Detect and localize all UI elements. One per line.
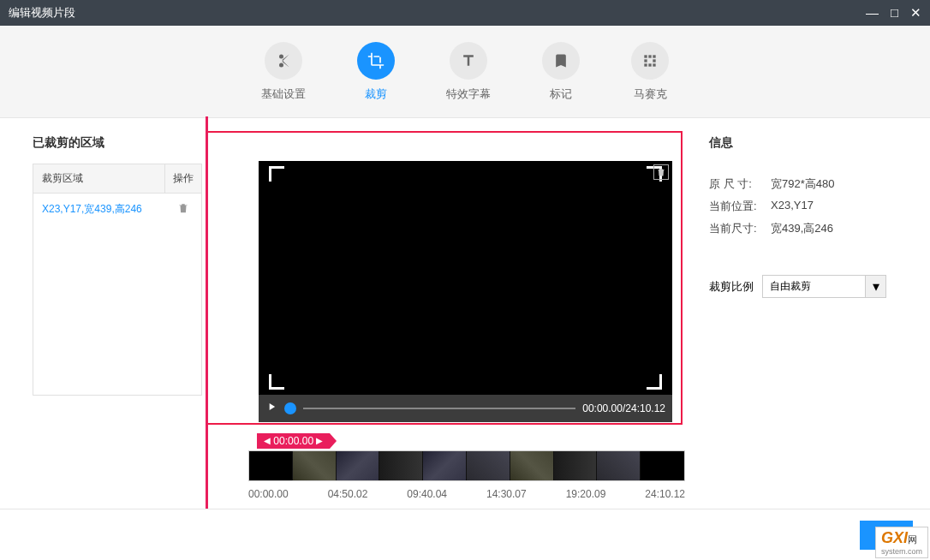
tool-crop[interactable]: 裁剪 — [357, 42, 395, 102]
cropped-regions-title: 已裁剪的区域 — [33, 135, 206, 151]
maximize-button[interactable]: □ — [891, 5, 898, 21]
tool-basic-settings[interactable]: 基础设置 — [261, 42, 306, 102]
delete-icon[interactable] — [177, 202, 189, 214]
chevron-down-icon: ▾ — [865, 276, 885, 297]
header-region: 裁剪区域 — [33, 164, 165, 193]
thumbnail — [510, 451, 554, 480]
tool-mark-label: 标记 — [550, 86, 572, 102]
timeline-marker[interactable] — [206, 116, 208, 509]
minimize-button[interactable]: — — [866, 5, 879, 21]
video-preview[interactable] — [259, 161, 672, 395]
tool-mosaic[interactable]: 马赛克 — [631, 42, 669, 102]
time-label: 09:40.04 — [407, 488, 447, 500]
mosaic-icon — [631, 42, 669, 80]
thumbnail — [467, 451, 510, 480]
crop-handle-bl[interactable] — [269, 374, 284, 390]
time-label: 04:50.02 — [328, 488, 368, 500]
crop-table: 裁剪区域 操作 X23,Y17,宽439,高246 — [33, 164, 202, 396]
player-controls: 00:00.00/24:10.12 — [259, 395, 672, 422]
time-label: 00:00.00 — [248, 488, 289, 500]
info-current-position: 当前位置: X23,Y17 — [709, 199, 913, 214]
time-display: 00:00.00/24:10.12 — [582, 402, 665, 414]
left-panel: 已裁剪的区域 裁剪区域 操作 X23,Y17,宽439,高246 — [0, 118, 206, 508]
timeline-flag[interactable]: ◀ 00:00.00 ▶ — [257, 433, 330, 449]
info-original-size: 原 尺 寸: 宽792*高480 — [709, 176, 913, 192]
crop-ratio-select[interactable]: 自由裁剪 ▾ — [762, 275, 886, 298]
header-action: 操作 — [165, 164, 201, 193]
thumbnail — [337, 451, 380, 480]
video-preview-frame: 00:00.00/24:10.12 — [206, 131, 683, 425]
svg-rect-3 — [644, 59, 647, 62]
titlebar: 编辑视频片段 — □ ✕ — [0, 0, 930, 26]
info-title: 信息 — [709, 135, 913, 151]
thumbnail — [423, 451, 467, 480]
center-panel: 00:00.00/24:10.12 ◀ 00:00.00 ▶ — [206, 118, 694, 508]
playhead[interactable] — [284, 402, 296, 414]
close-button[interactable]: ✕ — [910, 5, 921, 21]
svg-rect-6 — [648, 63, 651, 66]
window-controls: — □ ✕ — [866, 5, 921, 21]
info-panel: 信息 原 尺 寸: 宽792*高480 当前位置: X23,Y17 当前尺寸: … — [694, 118, 930, 508]
time-labels: 00:00.00 04:50.02 09:40.04 14:30.07 19:2… — [248, 488, 685, 500]
info-current-size: 当前尺寸: 宽439,高246 — [709, 221, 913, 236]
play-button[interactable] — [265, 401, 277, 416]
bookmark-icon — [542, 42, 580, 80]
time-label: 14:30.07 — [486, 488, 527, 500]
tool-basic-label: 基础设置 — [261, 86, 306, 102]
crop-delete-button[interactable] — [653, 164, 669, 180]
time-label: 24:10.12 — [645, 488, 685, 500]
crop-handle-br[interactable] — [647, 374, 662, 390]
svg-rect-1 — [648, 55, 651, 57]
timeline: ◀ 00:00.00 ▶ 00:00.00 04:50.02 — [248, 432, 685, 500]
svg-rect-2 — [653, 55, 655, 57]
crop-table-header: 裁剪区域 操作 — [33, 164, 201, 194]
thumbnail — [641, 451, 684, 480]
thumbnail-strip[interactable] — [248, 450, 685, 481]
tool-subtitle[interactable]: 特效字幕 — [446, 42, 491, 102]
thumbnail — [249, 451, 293, 480]
toolbar: 基础设置 裁剪 特效字幕 标记 马赛克 — [0, 26, 930, 118]
tool-mosaic-label: 马赛克 — [634, 86, 667, 102]
svg-rect-4 — [653, 59, 655, 62]
svg-rect-5 — [644, 63, 647, 66]
crop-handle-tl[interactable] — [269, 166, 284, 182]
svg-rect-7 — [653, 63, 655, 66]
svg-rect-0 — [644, 55, 647, 57]
time-label: 19:20.09 — [566, 488, 606, 500]
tool-crop-label: 裁剪 — [365, 86, 387, 102]
tool-mark[interactable]: 标记 — [542, 42, 580, 102]
footer: 完 — [0, 509, 930, 560]
crop-region-text: X23,Y17,宽439,高246 — [33, 194, 165, 226]
scissors-icon — [265, 42, 302, 80]
window-title: 编辑视频片段 — [9, 5, 75, 21]
thumbnail — [379, 451, 423, 480]
thumbnail — [293, 451, 337, 480]
crop-table-row[interactable]: X23,Y17,宽439,高246 — [33, 194, 201, 226]
crop-ratio-label: 裁剪比例 — [709, 279, 754, 295]
crop-ratio-row: 裁剪比例 自由裁剪 ▾ — [709, 275, 913, 298]
crop-icon — [357, 42, 395, 80]
thumbnail — [597, 451, 641, 480]
watermark: GXI网 system.com — [875, 527, 928, 558]
text-icon — [450, 42, 487, 80]
progress-bar[interactable] — [303, 408, 575, 409]
tool-subtitle-label: 特效字幕 — [446, 86, 491, 102]
thumbnail — [554, 451, 598, 480]
